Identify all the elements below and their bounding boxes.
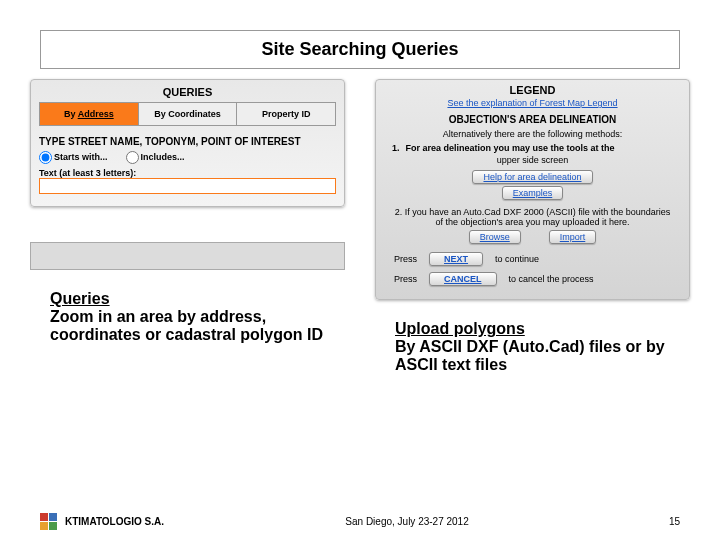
right-column: LEGEND See the explanation of Forest Map… bbox=[375, 79, 690, 374]
press-label-1: Press bbox=[394, 254, 417, 264]
tab-by-address[interactable]: By Address bbox=[40, 103, 139, 126]
next-text: to continue bbox=[495, 254, 539, 264]
step-2: 2. If you have an Auto.Cad DXF 2000 (ASC… bbox=[384, 207, 681, 227]
left-description: Queries Zoom in an area by address, coor… bbox=[50, 290, 325, 344]
browse-button[interactable]: Browse bbox=[469, 230, 521, 244]
page-number: 15 bbox=[650, 516, 680, 527]
footer-venue: San Diego, July 23-27 2012 bbox=[164, 516, 650, 527]
logo-icon bbox=[40, 513, 57, 530]
text-input[interactable] bbox=[39, 178, 336, 194]
text-input-label: Text (at least 3 letters): bbox=[39, 168, 336, 178]
footer: KTIMATOLOGIO S.A. San Diego, July 23-27 … bbox=[0, 513, 720, 530]
radio-starts-with[interactable]: Starts with... bbox=[39, 151, 108, 164]
map-thumbnail bbox=[30, 242, 345, 270]
footer-org: KTIMATOLOGIO S.A. bbox=[65, 516, 164, 527]
tab-property-id[interactable]: Property ID bbox=[237, 103, 335, 126]
type-instruction: TYPE STREET NAME, TOPONYM, POINT OF INTE… bbox=[39, 136, 336, 147]
radio-includes[interactable]: Includes... bbox=[126, 151, 185, 164]
step-1: 1.For area delineation you may use the t… bbox=[392, 143, 681, 153]
examples-button[interactable]: Examples bbox=[502, 186, 564, 200]
step-1-sub: upper side screen bbox=[384, 155, 681, 165]
legend-link[interactable]: See the explanation of Forest Map Legend bbox=[384, 98, 681, 108]
slide-title: Site Searching Queries bbox=[40, 30, 680, 69]
cancel-button[interactable]: CANCEL bbox=[429, 272, 497, 286]
press-label-2: Press bbox=[394, 274, 417, 284]
delineation-panel: LEGEND See the explanation of Forest Map… bbox=[375, 79, 690, 300]
alt-methods-text: Alternatively there are the following me… bbox=[384, 129, 681, 139]
left-column: QUERIES By Address By Coordinates Proper… bbox=[30, 79, 345, 374]
objection-title: OBJECTION'S AREA DELINEATION bbox=[384, 114, 681, 125]
queries-panel: QUERIES By Address By Coordinates Proper… bbox=[30, 79, 345, 207]
legend-title: LEGEND bbox=[384, 84, 681, 96]
help-button[interactable]: Help for area delineation bbox=[472, 170, 592, 184]
tab-by-coordinates[interactable]: By Coordinates bbox=[139, 103, 238, 126]
queries-panel-title: QUERIES bbox=[39, 86, 336, 98]
import-button[interactable]: Import bbox=[549, 230, 597, 244]
query-tabs: By Address By Coordinates Property ID bbox=[39, 102, 336, 126]
cancel-text: to cancel the process bbox=[509, 274, 594, 284]
next-button[interactable]: NEXT bbox=[429, 252, 483, 266]
right-description: Upload polygons By ASCII DXF (Auto.Cad) … bbox=[395, 320, 670, 374]
